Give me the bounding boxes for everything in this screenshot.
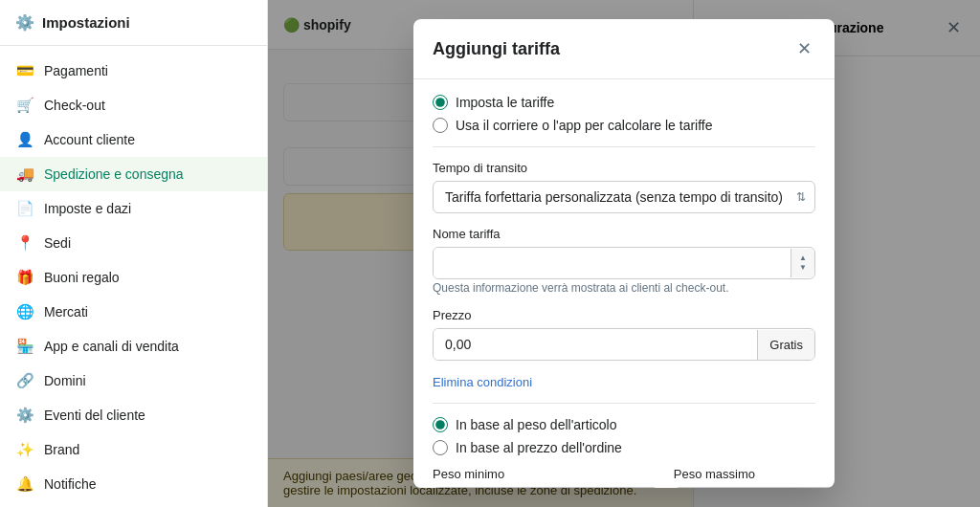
modal-title: Aggiungi tariffa: [433, 39, 560, 59]
app-icon: 🏪: [15, 338, 34, 355]
modal-dialog: Aggiungi tariffa ✕ Imposta le tariffe Us…: [413, 19, 835, 488]
sidebar-item-label-mercati: Mercati: [44, 304, 88, 320]
radio-imposta[interactable]: [433, 95, 448, 110]
transit-select-wrapper: Tariffa forfettaria personalizzata (senz…: [433, 181, 815, 213]
modal-close-button[interactable]: ✕: [793, 34, 815, 63]
rate-name-label: Nome tariffa: [433, 227, 815, 241]
transit-select[interactable]: Tariffa forfettaria personalizzata (senz…: [433, 181, 815, 213]
transit-time-field: Tempo di transito Tariffa forfettaria pe…: [433, 161, 815, 213]
sidebar-item-imposte[interactable]: 📄 Imposte e dazi: [0, 191, 267, 226]
sidebar-item-dati[interactable]: 👥 Dati personalizzati: [0, 501, 267, 507]
sidebar-item-label-brand: Brand: [44, 442, 79, 457]
rate-name-input-wrapper: ▲ ▼: [433, 247, 815, 279]
rate-name-field: Nome tariffa ▲ ▼ Questa informazione ver…: [433, 227, 815, 295]
radio-option-prezzo-ordine[interactable]: In base al prezzo dell'ordine: [433, 440, 815, 455]
sidebar-item-label-spedizione: Spedizione e consegna: [44, 166, 184, 182]
sidebar-item-label-buoni: Buoni regalo: [44, 270, 120, 285]
sidebar-item-label-domini: Domini: [44, 373, 86, 388]
sedi-icon: 📍: [15, 234, 34, 252]
buoni-icon: 🎁: [15, 269, 34, 286]
sidebar-item-app[interactable]: 🏪 App e canali di vendita: [0, 329, 267, 364]
sidebar-item-spedizione[interactable]: 🚚 Spedizione e consegna: [0, 157, 267, 191]
sidebar-item-label-imposte: Imposte e dazi: [44, 201, 131, 216]
mercati-icon: 🌐: [15, 303, 34, 320]
sidebar-item-label-sedi: Sedi: [44, 235, 71, 251]
max-weight-label: Peso massimo: [674, 467, 835, 481]
divider-1: [433, 146, 815, 147]
price-input[interactable]: [434, 329, 757, 360]
radio-option-peso-articolo[interactable]: In base al peso dell'articolo: [433, 417, 815, 432]
max-weight-field: Peso massimo kg: [674, 467, 835, 488]
main-content: 🟢 shopify 🔔 Prova Errori Gestisci Crea z…: [268, 0, 980, 507]
modal-header: Aggiungi tariffa ✕: [413, 19, 835, 79]
stepper-up-icon: ▲: [799, 254, 807, 262]
sidebar-header: ⚙️ Impostazioni: [0, 0, 267, 46]
imposte-icon: 📄: [15, 200, 34, 217]
rate-name-input[interactable]: [434, 248, 791, 278]
tariff-type-radio-group: Imposta le tariffe Usa il corriere o l'a…: [433, 95, 815, 133]
sidebar-item-label-app: App e canali di vendita: [44, 339, 179, 354]
gear-icon: ⚙️: [15, 13, 34, 32]
sidebar-item-pagamenti[interactable]: 💳 Pagamenti: [0, 54, 267, 88]
weight-row: Peso minimo kg Peso massimo kg: [433, 467, 815, 488]
sidebar-item-checkout[interactable]: 🛒 Check-out: [0, 88, 267, 122]
weight-basis-radio-group: In base al peso dell'articolo In base al…: [433, 417, 815, 455]
min-weight-field: Peso minimo kg: [433, 467, 658, 488]
radio-imposta-label: Imposta le tariffe: [456, 95, 554, 110]
sidebar-item-label-checkout: Check-out: [44, 98, 105, 113]
notifiche-icon: 🔔: [15, 475, 34, 493]
sidebar-nav: 💳 Pagamenti 🛒 Check-out 👤 Account client…: [0, 46, 267, 507]
radio-option-corriere[interactable]: Usa il corriere o l'app per calcolare le…: [433, 118, 815, 133]
radio-corriere-label: Usa il corriere o l'app per calcolare le…: [456, 118, 713, 133]
radio-prezzo-ordine-label: In base al prezzo dell'ordine: [456, 440, 622, 455]
brand-icon: ✨: [15, 441, 34, 458]
domini-icon: 🔗: [15, 372, 34, 389]
modal-body: Imposta le tariffe Usa il corriere o l'a…: [413, 79, 835, 488]
radio-option-imposta[interactable]: Imposta le tariffe: [433, 95, 815, 110]
rate-name-stepper[interactable]: ▲ ▼: [791, 249, 814, 277]
transit-label: Tempo di transito: [433, 161, 815, 175]
min-weight-label: Peso minimo: [433, 467, 658, 481]
radio-prezzo-ordine[interactable]: [433, 440, 448, 455]
max-weight-input-wrap: kg: [674, 487, 835, 488]
min-weight-input-wrap: kg: [433, 487, 658, 488]
eventi-icon: ⚙️: [15, 407, 34, 424]
radio-peso-articolo-label: In base al peso dell'articolo: [456, 417, 616, 432]
modal-overlay: Aggiungi tariffa ✕ Imposta le tariffe Us…: [268, 0, 980, 507]
sidebar-item-eventi[interactable]: ⚙️ Eventi del cliente: [0, 398, 267, 432]
sidebar-item-domini[interactable]: 🔗 Domini: [0, 364, 267, 398]
sidebar-item-account[interactable]: 👤 Account cliente: [0, 122, 267, 157]
sidebar-item-buoni[interactable]: 🎁 Buoni regalo: [0, 260, 267, 295]
price-input-row: Gratis: [433, 328, 815, 361]
sidebar-title: Impostazioni: [42, 14, 130, 31]
account-icon: 👤: [15, 131, 34, 148]
sidebar-item-mercati[interactable]: 🌐 Mercati: [0, 295, 267, 329]
stepper-down-icon: ▼: [799, 264, 807, 272]
price-label: Prezzo: [433, 308, 815, 322]
radio-peso-articolo[interactable]: [433, 417, 448, 432]
spedizione-icon: 🚚: [15, 165, 34, 183]
sidebar-item-label-eventi: Eventi del cliente: [44, 408, 145, 423]
price-field: Prezzo Gratis: [433, 308, 815, 361]
elimina-condizioni-link[interactable]: Elimina condizioni: [433, 375, 532, 389]
divider-2: [433, 403, 815, 404]
sidebar-item-notifiche[interactable]: 🔔 Notifiche: [0, 467, 267, 501]
radio-corriere[interactable]: [433, 118, 448, 133]
sidebar-item-label-notifiche: Notifiche: [44, 476, 96, 492]
pagamenti-icon: 💳: [15, 62, 34, 79]
gratis-button[interactable]: Gratis: [757, 330, 814, 360]
sidebar-item-label-account: Account cliente: [44, 132, 135, 147]
rate-name-hint: Questa informazione verrà mostrata ai cl…: [433, 281, 728, 295]
sidebar-item-label-pagamenti: Pagamenti: [44, 63, 108, 78]
sidebar: ⚙️ Impostazioni 💳 Pagamenti 🛒 Check-out …: [0, 0, 268, 507]
sidebar-item-brand[interactable]: ✨ Brand: [0, 432, 267, 467]
sidebar-item-sedi[interactable]: 📍 Sedi: [0, 226, 267, 260]
checkout-icon: 🛒: [15, 97, 34, 114]
